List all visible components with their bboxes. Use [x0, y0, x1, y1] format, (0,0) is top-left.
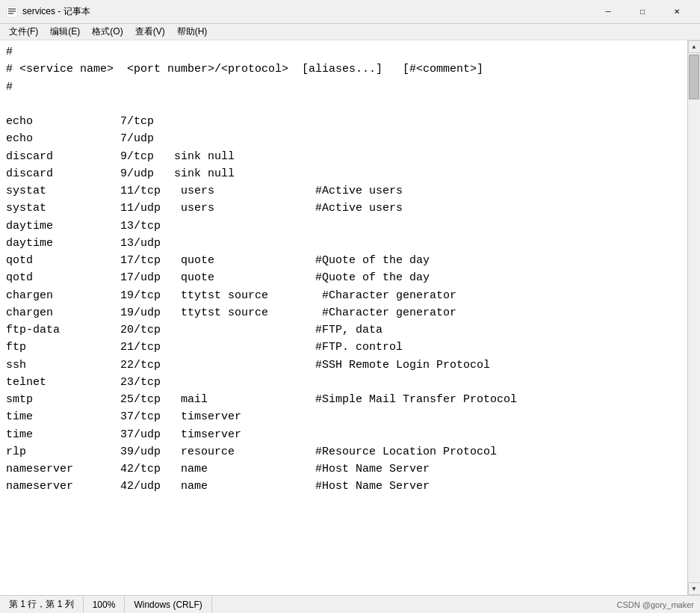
window-title: services - 记事本 — [22, 5, 591, 18]
scroll-track[interactable] — [688, 53, 701, 582]
status-bar: 第 1 行，第 1 列 100% Windows (CRLF) CSDN @go… — [0, 595, 700, 613]
close-button[interactable]: ✕ — [660, 0, 694, 24]
menu-bar: 文件(F) 编辑(E) 格式(O) 查看(V) 帮助(H) — [0, 24, 700, 40]
zoom-level: 100% — [84, 596, 126, 613]
scroll-up-arrow[interactable]: ▲ — [688, 40, 701, 53]
editor-area: # # <service name> <port number>/<protoc… — [0, 40, 700, 595]
menu-edit[interactable]: 编辑(E) — [44, 24, 86, 40]
menu-format[interactable]: 格式(O) — [86, 24, 128, 40]
text-editor[interactable]: # # <service name> <port number>/<protoc… — [0, 40, 687, 595]
scroll-down-arrow[interactable]: ▼ — [688, 582, 701, 595]
menu-help[interactable]: 帮助(H) — [171, 24, 214, 40]
title-bar: services - 记事本 ─ □ ✕ — [0, 0, 700, 24]
watermark: CSDN @gory_maker — [611, 600, 700, 609]
menu-file[interactable]: 文件(F) — [3, 24, 44, 40]
window-controls: ─ □ ✕ — [591, 0, 694, 24]
cursor-position: 第 1 行，第 1 列 — [0, 596, 84, 613]
svg-rect-0 — [7, 7, 17, 17]
app-icon — [6, 6, 18, 18]
line-ending: Windows (CRLF) — [125, 596, 211, 613]
vertical-scrollbar[interactable]: ▲ ▼ — [687, 40, 700, 595]
minimize-button[interactable]: ─ — [591, 0, 625, 24]
menu-view[interactable]: 查看(V) — [129, 24, 171, 40]
scroll-thumb[interactable] — [689, 55, 699, 99]
maximize-button[interactable]: □ — [625, 0, 660, 24]
status-right: CSDN @gory_maker — [611, 600, 700, 609]
